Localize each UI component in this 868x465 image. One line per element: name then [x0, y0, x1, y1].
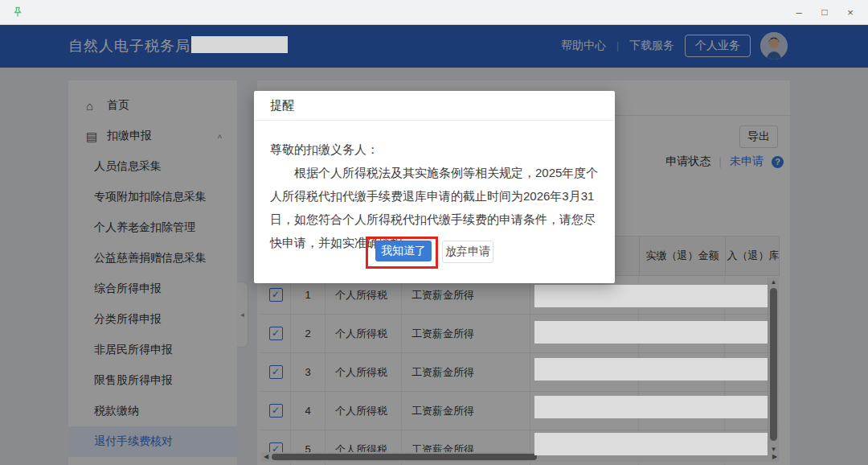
redaction-bar — [534, 358, 768, 381]
redaction-bar — [534, 321, 768, 344]
dialog-body: 尊敬的扣缴义务人： 根据个人所得税法及其实施条例等相关规定，2025年度个人所得… — [254, 121, 615, 254]
dialog-title: 提醒 — [254, 91, 615, 121]
window-controls: – □ × — [786, 0, 863, 24]
redaction-bar — [534, 396, 768, 418]
confirm-button[interactable]: 我知道了 — [375, 241, 432, 261]
reminder-dialog: 提醒 尊敬的扣缴义务人： 根据个人所得税法及其实施条例等相关规定，2025年度个… — [254, 91, 615, 283]
os-titlebar: – □ × — [0, 0, 868, 25]
cancel-button[interactable]: 放弃申请 — [442, 241, 493, 263]
minimize-button[interactable]: – — [786, 0, 812, 24]
dialog-greeting: 尊敬的扣缴义务人： — [270, 138, 599, 161]
redaction-bar — [534, 285, 768, 307]
app-content: 自然人电子税务局 帮助中心 | 下载服务 个人业务 ⌂ — [0, 24, 868, 465]
redaction-box — [191, 36, 288, 53]
app-window: – □ × 自然人电子税务局 帮助中心 | 下载服务 个人业务 — [0, 0, 868, 465]
close-button[interactable]: × — [837, 0, 863, 24]
maximize-button[interactable]: □ — [812, 0, 837, 24]
pushpin-icon[interactable] — [11, 6, 24, 19]
dialog-footer: 我知道了 放弃申请 — [254, 241, 615, 263]
redaction-bar — [534, 433, 768, 455]
